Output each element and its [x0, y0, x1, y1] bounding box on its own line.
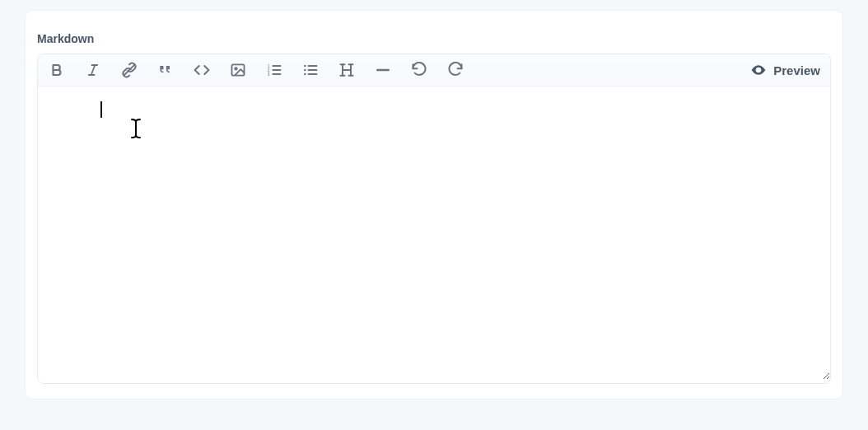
quote-button[interactable] [156, 61, 175, 79]
bold-icon [49, 63, 64, 77]
heading-icon [338, 62, 355, 78]
svg-point-5 [235, 68, 237, 70]
svg-point-15 [304, 65, 306, 68]
svg-line-2 [91, 65, 96, 75]
redo-button[interactable] [446, 61, 464, 79]
caret-icon [100, 101, 102, 118]
code-icon [194, 62, 210, 78]
image-button[interactable] [229, 61, 247, 79]
image-icon [230, 62, 246, 78]
undo-button[interactable] [410, 61, 428, 79]
toolbar-left: 123 [48, 61, 464, 79]
ordered-list-button[interactable]: 123 [265, 61, 283, 79]
toolbar: 123 Prev [38, 54, 830, 86]
svg-text:3: 3 [268, 72, 270, 77]
redo-icon [447, 62, 464, 78]
undo-icon [411, 62, 427, 78]
code-button[interactable] [193, 61, 211, 79]
hr-icon [375, 62, 391, 78]
editor-card: Markdown [25, 10, 843, 400]
hr-button[interactable] [374, 61, 392, 79]
field-label: Markdown [37, 26, 831, 54]
markdown-textarea[interactable] [38, 86, 830, 380]
markdown-editor: 123 Prev [37, 54, 831, 384]
quote-icon [157, 62, 174, 78]
preview-button[interactable]: Preview [750, 62, 820, 78]
svg-point-26 [758, 68, 760, 71]
heading-button[interactable] [338, 61, 356, 79]
unordered-list-icon [302, 62, 319, 78]
italic-button[interactable] [84, 61, 102, 79]
svg-point-16 [304, 69, 306, 72]
link-icon [121, 62, 138, 78]
svg-point-17 [304, 73, 306, 76]
textarea-wrap [38, 86, 830, 383]
ordered-list-icon: 123 [266, 62, 282, 78]
bold-button[interactable] [48, 61, 66, 79]
eye-icon [750, 62, 767, 78]
preview-label: Preview [773, 63, 820, 77]
unordered-list-button[interactable] [301, 61, 320, 79]
italic-icon [86, 63, 100, 77]
link-button[interactable] [120, 61, 138, 79]
